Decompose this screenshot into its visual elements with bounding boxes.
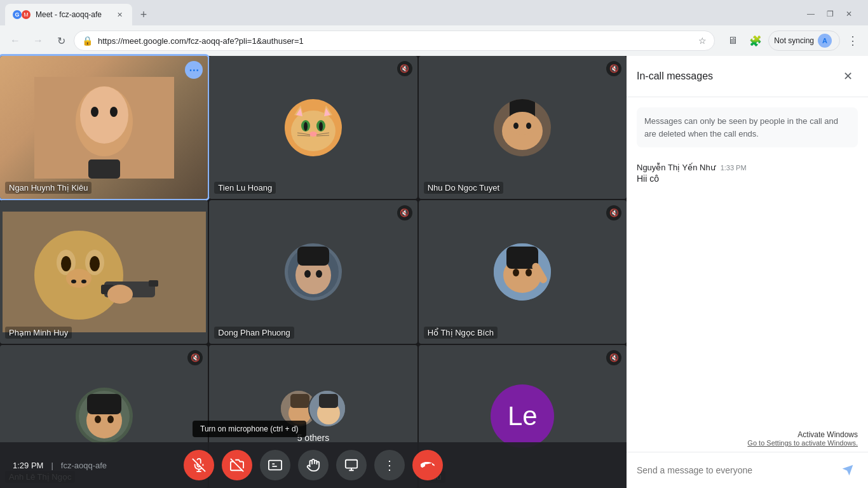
browser-chrome: G M Meet - fcz-aoqq-afe ✕ + — ❐ ✕ ← → ↻ … xyxy=(0,0,868,56)
control-buttons: ⋮ xyxy=(184,450,443,480)
participant-name-ngan: Ngan Huynh Thị Kiêu xyxy=(5,182,92,194)
you-avatar: Le xyxy=(491,384,554,448)
others-count-label: 5 others xyxy=(297,433,330,443)
other-avatar-2 xyxy=(308,390,346,428)
svg-point-14 xyxy=(319,122,323,131)
svg-rect-5 xyxy=(88,159,120,179)
pham-video-container xyxy=(0,200,208,343)
mute-indicator-anh: 🔇 xyxy=(187,350,203,365)
star-icon[interactable]: ☆ xyxy=(698,36,707,46)
close-window-button[interactable]: ✕ xyxy=(840,5,858,23)
participant-name-nhu: Nhu Do Ngoc Tuyet xyxy=(424,182,503,194)
pham-video-svg xyxy=(3,212,206,332)
url-bar[interactable]: 🔒 https://meet.google.com/fcz-aoqq-afe?p… xyxy=(74,30,715,51)
captions-icon xyxy=(268,458,282,472)
maximize-button[interactable]: ❐ xyxy=(821,5,839,23)
panel-header: In-call messages ✕ xyxy=(627,56,868,97)
meeting-time: 1:29 PM xyxy=(13,461,43,470)
window-controls: — ❐ ✕ xyxy=(802,5,863,25)
message-input[interactable] xyxy=(637,465,832,475)
participant-cell-ngan[interactable]: ⋯ Ngan Huynh Thị Kiêu xyxy=(0,56,208,199)
mic-icon xyxy=(192,458,206,472)
video-grid: ⋯ Ngan Huynh Thị Kiêu xyxy=(0,56,627,488)
reload-button[interactable]: ↻ xyxy=(51,30,71,51)
hand-icon xyxy=(306,458,320,472)
camera-button[interactable] xyxy=(222,450,252,480)
participant-cell-dong[interactable]: 🔇 Dong Phan Phuong xyxy=(209,200,417,343)
dong-avatar-container xyxy=(209,200,417,343)
new-tab-button[interactable]: + xyxy=(135,6,153,24)
activation-watermark: Activate Windows Go to Settings to activ… xyxy=(627,425,868,452)
svg-rect-36 xyxy=(149,280,158,287)
svg-point-23 xyxy=(513,123,519,129)
separator: | xyxy=(51,461,53,470)
go-to-settings-link[interactable]: Go to Settings to activate Windows. xyxy=(637,439,858,447)
dong-avatar-svg xyxy=(285,243,342,301)
not-syncing-button[interactable]: Not syncing A xyxy=(768,30,840,51)
back-button[interactable]: ← xyxy=(5,30,25,51)
svg-rect-51 xyxy=(87,394,121,414)
present-icon xyxy=(344,458,358,472)
svg-rect-40 xyxy=(297,247,329,266)
svg-point-41 xyxy=(304,270,311,278)
svg-point-52 xyxy=(95,416,101,423)
participant-cell-nhu[interactable]: 🔇 Nhu Do Ngoc Tuyet xyxy=(419,56,627,199)
control-bar: 1:29 PM | fcz-aoqq-afe xyxy=(0,442,627,488)
ho-avatar-container xyxy=(419,200,627,343)
profile-avatar: A xyxy=(818,34,832,48)
message-item: Nguyễn Thị Yến Như 1:33 PM Hii cô xyxy=(637,163,858,184)
meeting-code: fcz-aoqq-afe xyxy=(61,461,107,470)
raise-hand-button[interactable] xyxy=(298,450,329,480)
activation-title: Activate Windows xyxy=(637,430,858,439)
panel-close-button[interactable]: ✕ xyxy=(837,66,858,86)
more-icon: ⋮ xyxy=(383,458,396,473)
svg-point-13 xyxy=(304,122,308,131)
svg-point-3 xyxy=(91,107,98,117)
send-button[interactable] xyxy=(837,460,858,480)
tab-bar: G M Meet - fcz-aoqq-afe ✕ + — ❐ ✕ xyxy=(0,0,868,25)
more-options-button[interactable]: ⋮ xyxy=(374,450,405,480)
tab-favicon: G M xyxy=(13,10,31,19)
google-favicon: G xyxy=(13,10,22,19)
svg-point-30 xyxy=(90,256,100,271)
message-input-area xyxy=(627,452,868,488)
tab-close-button[interactable]: ✕ xyxy=(114,10,125,20)
minimize-button[interactable]: — xyxy=(802,5,820,23)
participant-cell-tien[interactable]: 🔇 Tien Lu Hoang xyxy=(209,56,417,199)
lock-icon: 🔒 xyxy=(82,36,93,46)
url-text[interactable]: https://meet.google.com/fcz-aoqq-afe?pli… xyxy=(98,36,693,46)
participant-cell-pham[interactable]: Phạm Minh Huy xyxy=(0,200,208,343)
message-time: 1:33 PM xyxy=(721,164,747,172)
message-meta: Nguyễn Thị Yến Như 1:33 PM xyxy=(637,163,858,172)
ho-avatar-svg xyxy=(494,243,551,301)
not-syncing-label: Not syncing xyxy=(774,36,814,45)
meet-favicon: M xyxy=(22,10,31,19)
svg-rect-65 xyxy=(346,460,357,468)
svg-point-22 xyxy=(506,112,538,135)
captions-button[interactable] xyxy=(260,450,290,480)
participant-name-ho: Hổ Thị Ngọc Bích xyxy=(424,327,498,339)
present-button[interactable] xyxy=(336,450,367,480)
svg-rect-64 xyxy=(269,461,281,470)
cat-avatar-svg xyxy=(285,99,342,156)
svg-point-37 xyxy=(107,285,133,304)
nhu-avatar-svg xyxy=(494,99,551,156)
messages-body: Nguyễn Thị Yến Như 1:33 PM Hii cô xyxy=(627,158,868,425)
svg-point-53 xyxy=(107,416,114,423)
participant-name-tien: Tien Lu Hoang xyxy=(214,182,276,194)
participant-cell-ho[interactable]: 🔇 Hổ Thị Ngọc Bích xyxy=(419,200,627,343)
mic-button[interactable] xyxy=(184,450,214,480)
address-bar: ← → ↻ 🔒 https://meet.google.com/fcz-aoqq… xyxy=(0,25,868,56)
end-call-icon xyxy=(421,458,435,472)
browser-more-button[interactable]: ⋮ xyxy=(843,30,863,51)
active-tab[interactable]: G M Meet - fcz-aoqq-afe ✕ xyxy=(5,4,132,25)
svg-point-2 xyxy=(80,86,128,144)
svg-point-33 xyxy=(81,280,86,283)
end-call-button[interactable] xyxy=(412,450,443,480)
svg-point-46 xyxy=(513,269,519,276)
svg-point-4 xyxy=(110,107,118,117)
forward-button[interactable]: → xyxy=(28,30,48,51)
extensions-icon[interactable]: 🧩 xyxy=(745,30,766,51)
desktop-icon[interactable]: 🖥 xyxy=(722,30,743,51)
svg-point-31 xyxy=(66,269,92,288)
